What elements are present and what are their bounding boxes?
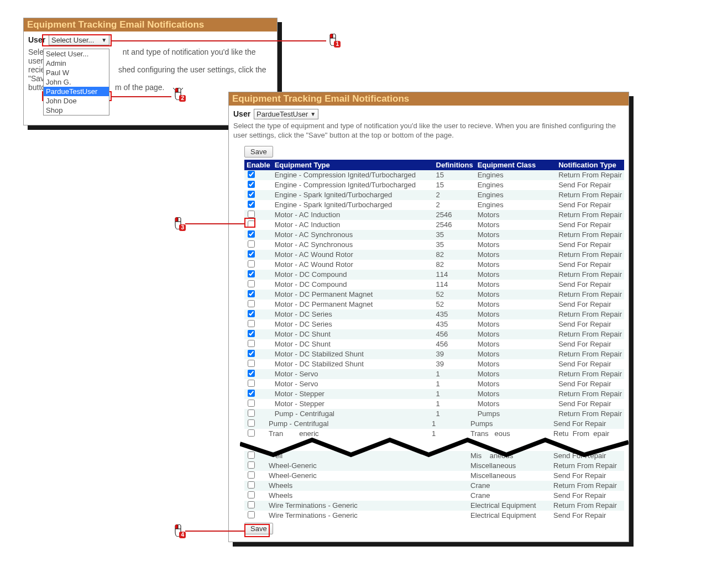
cell-type: Motor - DC Series — [273, 319, 434, 329]
dropdown-caret-icon: ▼ — [101, 37, 107, 43]
cell-notif: Return From Repair — [556, 309, 624, 319]
cell-type: Motor - Stepper — [273, 399, 434, 409]
table-row: Motor - DC Shunt456MotorsSend For Repair — [244, 339, 624, 349]
callout-2: 2 — [171, 87, 185, 101]
table-row: Engine - Compression Ignited/Turbocharge… — [244, 170, 624, 180]
enable-checkbox[interactable] — [248, 340, 255, 347]
cell-class: Motors — [475, 349, 556, 359]
enable-checkbox[interactable] — [248, 501, 255, 508]
save-button-top[interactable]: Save — [244, 146, 273, 158]
table-row: Motor - AC Wound Rotor82MotorsReturn Fro… — [244, 250, 624, 260]
enable-checkbox[interactable] — [248, 320, 255, 327]
enable-checkbox[interactable] — [248, 330, 255, 337]
enable-checkbox[interactable] — [248, 350, 255, 357]
enable-checkbox[interactable] — [248, 270, 255, 277]
enable-checkbox[interactable] — [248, 410, 255, 417]
cell-notif: Send For Repair — [556, 200, 624, 210]
enable-checkbox[interactable] — [248, 370, 255, 377]
cell-notif: Return From Repair — [556, 250, 624, 260]
cell-type: Motor - AC Induction — [273, 210, 434, 220]
cell-defs: 15 — [434, 180, 475, 190]
col-defs: Definitions — [434, 160, 475, 170]
svg-line-5 — [181, 88, 183, 90]
cell-defs: 1 — [434, 379, 475, 389]
enable-checkbox[interactable] — [248, 211, 255, 218]
cell-class: Motors — [475, 270, 556, 280]
enable-checkbox[interactable] — [248, 191, 255, 198]
save-button-bottom[interactable]: Save — [244, 523, 273, 534]
enable-checkbox[interactable] — [248, 310, 255, 317]
table-row: Motor - DC Stabilized Shunt39MotorsSend … — [244, 359, 624, 369]
cell-defs: 435 — [434, 319, 475, 329]
callout-4: 4 — [171, 524, 185, 537]
cell-notif: Send For Repair — [556, 280, 624, 290]
cell-notif: Send For Repair — [556, 379, 624, 389]
cell-class: Motors — [475, 220, 556, 230]
user-select-value: Select User... — [51, 36, 94, 44]
enable-checkbox[interactable] — [248, 471, 255, 479]
cell-defs: 39 — [434, 359, 475, 369]
table-row: Engine - Compression Ignited/Turbocharge… — [244, 180, 624, 190]
enable-checkbox[interactable] — [248, 461, 255, 469]
col-notif: Notification Type — [556, 160, 624, 170]
enable-checkbox[interactable] — [248, 230, 255, 238]
cell-class: Engines — [475, 180, 556, 190]
user-dropdown-list[interactable]: Select User...AdminPaul WJohn G.PardueTe… — [43, 49, 109, 116]
user-dropdown-option[interactable]: John Doe — [44, 96, 109, 106]
cell-notif: Send For Repair — [556, 399, 624, 409]
cell-type: Motor - AC Synchronous — [273, 230, 434, 240]
cell-notif: Send For Repair — [556, 240, 624, 250]
enable-checkbox[interactable] — [248, 491, 255, 498]
enable-checkbox[interactable] — [248, 201, 255, 208]
cell-notif: Return From Repair — [556, 230, 624, 240]
callout-line-2 — [111, 96, 171, 97]
cell-class: Crane — [468, 481, 551, 491]
enable-checkbox[interactable] — [248, 221, 255, 228]
cell-class: Motors — [475, 359, 556, 369]
enable-checkbox[interactable] — [248, 240, 255, 248]
cell-notif: Return From Repair — [556, 170, 624, 180]
user-dropdown-option[interactable]: John G. — [44, 77, 109, 87]
instructions: Select the type of equipment and type of… — [233, 122, 624, 140]
user-dropdown-option[interactable]: PardueTestUser — [44, 87, 109, 96]
enable-checkbox[interactable] — [248, 300, 255, 307]
cell-type: Engine - Spark Ignited/Turbocharged — [273, 190, 434, 200]
callout-number: 1 — [334, 41, 341, 48]
user-select-2[interactable]: PardueTestUser ▼ — [254, 109, 318, 119]
enable-checkbox[interactable] — [248, 390, 255, 397]
cell-defs — [430, 511, 468, 521]
table-row: Motor - DC Series435MotorsSend For Repai… — [244, 319, 624, 329]
cell-defs: 114 — [434, 270, 475, 280]
callout-1: 1 — [326, 33, 339, 46]
enable-checkbox[interactable] — [248, 419, 255, 427]
cell-class: Motors — [475, 230, 556, 240]
cell-notif: Return From Repair — [556, 409, 624, 419]
user-dropdown-option[interactable]: Select User... — [44, 49, 109, 59]
user-dropdown-option[interactable]: Paul W — [44, 68, 109, 77]
cell-class: Motors — [475, 210, 556, 220]
cell-notif: Return From Repair — [551, 501, 624, 511]
enable-checkbox[interactable] — [248, 360, 255, 367]
cell-type: Motor - DC Stabilized Shunt — [273, 349, 434, 359]
table-row: Motor - DC Permanent Magnet52MotorsSend … — [244, 300, 624, 309]
cell-type: Wire Terminations - Generic — [266, 501, 430, 511]
user-dropdown-option[interactable]: Admin — [44, 59, 109, 68]
enable-checkbox[interactable] — [248, 380, 255, 387]
enable-checkbox[interactable] — [248, 181, 255, 188]
torn-edge — [240, 439, 629, 454]
user-dropdown-option[interactable]: Shop — [44, 106, 109, 115]
user-select[interactable]: Select User... ▼ — [49, 35, 109, 45]
enable-checkbox[interactable] — [248, 400, 255, 407]
enable-checkbox[interactable] — [248, 280, 255, 287]
cell-defs — [430, 491, 468, 501]
enable-checkbox[interactable] — [248, 260, 255, 267]
enable-checkbox[interactable] — [248, 250, 255, 258]
cell-notif: Return From Repair — [556, 329, 624, 339]
cell-notif: Return From Repair — [556, 190, 624, 200]
enable-checkbox[interactable] — [248, 481, 255, 489]
enable-checkbox[interactable] — [248, 171, 255, 178]
enable-checkbox[interactable] — [248, 290, 255, 297]
cell-class: Crane — [468, 491, 551, 501]
enable-checkbox[interactable] — [248, 511, 255, 518]
cell-type: Motor - AC Synchronous — [273, 240, 434, 250]
